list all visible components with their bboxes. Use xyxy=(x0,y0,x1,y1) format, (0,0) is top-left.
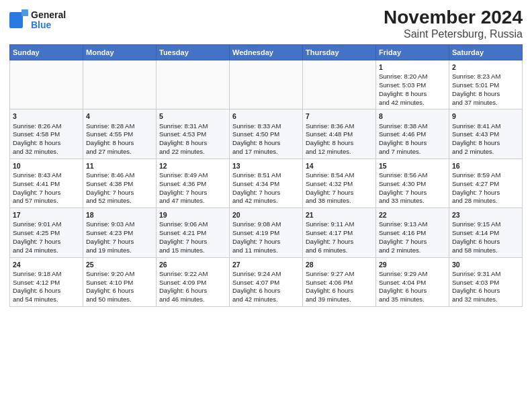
day-info: and 57 minutes. xyxy=(13,197,80,205)
day-info: Sunset: 4:53 PM xyxy=(159,130,226,139)
day-info: Daylight: 6 hours xyxy=(379,287,446,295)
day-info: Daylight: 8 hours xyxy=(306,139,373,148)
day-info: Daylight: 7 hours xyxy=(232,189,300,197)
day-cell: 12Sunrise: 8:49 AMSunset: 4:36 PMDayligh… xyxy=(157,158,230,208)
day-number: 23 xyxy=(452,210,519,220)
day-number: 6 xyxy=(232,111,300,121)
weekday-header-tuesday: Tuesday xyxy=(157,45,230,60)
day-number: 7 xyxy=(306,111,373,121)
day-info: Sunrise: 9:03 AM xyxy=(86,220,153,229)
day-number: 24 xyxy=(13,260,80,269)
day-info: Daylight: 8 hours xyxy=(379,139,446,148)
day-info: Sunset: 4:34 PM xyxy=(232,180,300,189)
day-info: Sunrise: 8:28 AM xyxy=(86,122,153,131)
day-info: Sunset: 4:03 PM xyxy=(452,279,519,287)
day-cell: 17Sunrise: 9:01 AMSunset: 4:25 PMDayligh… xyxy=(10,208,83,257)
day-number: 12 xyxy=(159,161,226,171)
day-info: Daylight: 7 hours xyxy=(159,189,226,197)
day-cell: 28Sunrise: 9:27 AMSunset: 4:06 PMDayligh… xyxy=(303,257,376,306)
day-info: Daylight: 7 hours xyxy=(306,238,373,246)
day-info: and 35 minutes. xyxy=(379,295,446,304)
day-cell xyxy=(83,60,157,109)
day-info: Sunset: 4:36 PM xyxy=(159,180,226,189)
day-info: and 37 minutes. xyxy=(452,99,519,107)
day-cell: 6Sunrise: 8:33 AMSunset: 4:50 PMDaylight… xyxy=(230,109,303,158)
day-cell: 24Sunrise: 9:18 AMSunset: 4:12 PMDayligh… xyxy=(10,257,83,306)
day-cell xyxy=(303,60,376,109)
day-info: Sunrise: 9:08 AM xyxy=(232,220,300,229)
logo-blue: Blue xyxy=(31,20,66,30)
day-info: Sunset: 5:03 PM xyxy=(379,81,446,90)
day-info: Daylight: 7 hours xyxy=(86,238,153,246)
day-info: and 24 minutes. xyxy=(13,246,80,255)
day-cell: 5Sunrise: 8:31 AMSunset: 4:53 PMDaylight… xyxy=(157,109,230,158)
day-cell: 27Sunrise: 9:24 AMSunset: 4:07 PMDayligh… xyxy=(230,257,303,306)
day-info: Daylight: 7 hours xyxy=(379,189,446,197)
day-number: 30 xyxy=(452,260,519,269)
day-info: Sunrise: 9:01 AM xyxy=(13,220,80,229)
day-info: Sunset: 4:14 PM xyxy=(452,229,519,238)
day-info: Daylight: 7 hours xyxy=(379,238,446,246)
day-number: 15 xyxy=(379,161,446,171)
day-info: and 54 minutes. xyxy=(13,295,80,304)
day-info: and 47 minutes. xyxy=(159,197,226,205)
day-cell xyxy=(230,60,303,109)
day-cell: 22Sunrise: 9:13 AMSunset: 4:16 PMDayligh… xyxy=(376,208,449,257)
day-info: Sunset: 4:09 PM xyxy=(159,279,226,287)
header: General Blue November 2024 Saint Petersb… xyxy=(9,7,523,40)
day-info: and 2 minutes. xyxy=(379,246,446,255)
day-info: Sunrise: 9:27 AM xyxy=(306,270,373,279)
day-info: Sunset: 4:07 PM xyxy=(232,279,300,287)
week-row-4: 17Sunrise: 9:01 AMSunset: 4:25 PMDayligh… xyxy=(10,208,523,257)
day-info: Sunset: 4:43 PM xyxy=(452,130,519,139)
day-cell: 18Sunrise: 9:03 AMSunset: 4:23 PMDayligh… xyxy=(83,208,157,257)
day-cell: 8Sunrise: 8:38 AMSunset: 4:46 PMDaylight… xyxy=(376,109,449,158)
day-info: Daylight: 6 hours xyxy=(159,287,226,295)
day-info: Sunset: 4:27 PM xyxy=(452,180,519,189)
day-info: Sunrise: 9:06 AM xyxy=(159,220,226,229)
day-info: Daylight: 8 hours xyxy=(13,139,80,148)
day-info: Daylight: 8 hours xyxy=(159,139,226,148)
day-info: Daylight: 7 hours xyxy=(86,189,153,197)
day-info: and 17 minutes. xyxy=(232,148,300,156)
day-info: Daylight: 7 hours xyxy=(13,189,80,197)
day-info: Sunset: 4:21 PM xyxy=(159,229,226,238)
day-info: Sunrise: 9:24 AM xyxy=(232,270,300,279)
day-info: Daylight: 7 hours xyxy=(452,189,519,197)
day-info: Sunset: 4:16 PM xyxy=(379,229,446,238)
day-cell: 29Sunrise: 9:29 AMSunset: 4:04 PMDayligh… xyxy=(376,257,449,306)
day-info: and 32 minutes. xyxy=(452,295,519,304)
day-info: Sunset: 4:25 PM xyxy=(13,229,80,238)
week-row-5: 24Sunrise: 9:18 AMSunset: 4:12 PMDayligh… xyxy=(10,257,523,306)
day-info: Sunrise: 9:22 AM xyxy=(159,270,226,279)
day-info: Sunrise: 9:15 AM xyxy=(452,220,519,229)
day-info: Sunset: 4:38 PM xyxy=(86,180,153,189)
calendar-subtitle: Saint Petersburg, Russia xyxy=(384,28,523,40)
day-info: and 42 minutes. xyxy=(379,99,446,107)
day-info: Sunrise: 8:31 AM xyxy=(159,122,226,131)
day-number: 22 xyxy=(379,210,446,220)
day-info: Sunset: 4:55 PM xyxy=(86,130,153,139)
week-row-3: 10Sunrise: 8:43 AMSunset: 4:41 PMDayligh… xyxy=(10,158,523,208)
day-cell: 23Sunrise: 9:15 AMSunset: 4:14 PMDayligh… xyxy=(449,208,523,257)
day-info: Sunrise: 8:36 AM xyxy=(306,122,373,131)
day-cell: 30Sunrise: 9:31 AMSunset: 4:03 PMDayligh… xyxy=(449,257,523,306)
day-info: Sunset: 4:10 PM xyxy=(86,279,153,287)
day-info: Sunset: 4:12 PM xyxy=(13,279,80,287)
day-info: Sunrise: 9:18 AM xyxy=(13,270,80,279)
day-info: Sunrise: 8:20 AM xyxy=(379,73,446,81)
day-info: and 2 minutes. xyxy=(452,148,519,156)
day-info: Sunset: 4:06 PM xyxy=(306,279,373,287)
calendar-table: SundayMondayTuesdayWednesdayThursdayFrid… xyxy=(9,44,523,307)
day-number: 3 xyxy=(13,111,80,121)
day-cell: 1Sunrise: 8:20 AMSunset: 5:03 PMDaylight… xyxy=(376,60,449,109)
day-info: Sunset: 4:17 PM xyxy=(306,229,373,238)
day-number: 21 xyxy=(306,210,373,220)
day-cell: 19Sunrise: 9:06 AMSunset: 4:21 PMDayligh… xyxy=(157,208,230,257)
day-cell: 21Sunrise: 9:11 AMSunset: 4:17 PMDayligh… xyxy=(303,208,376,257)
day-cell xyxy=(10,60,83,109)
day-info: Sunrise: 9:13 AM xyxy=(379,220,446,229)
day-info: and 38 minutes. xyxy=(306,197,373,205)
day-info: Daylight: 6 hours xyxy=(452,238,519,246)
weekday-header-thursday: Thursday xyxy=(303,45,376,60)
